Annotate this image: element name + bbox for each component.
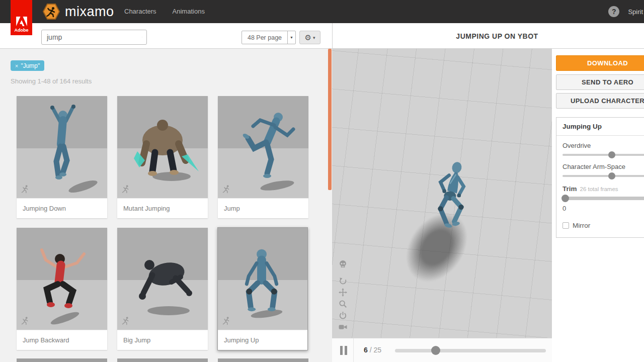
trim-row: Trim 26 total frames — [562, 185, 644, 193]
pan-icon[interactable] — [339, 288, 347, 297]
thumbnail-art — [17, 228, 107, 330]
search-icon[interactable] — [142, 33, 142, 41]
upload-character-button[interactable]: UPLOAD CHARACTER — [556, 93, 644, 109]
filter-chip-label: "Jump" — [21, 62, 40, 69]
thumbnail — [218, 96, 308, 198]
mixamo-logo[interactable]: mixamo — [42, 0, 114, 23]
run-icon — [222, 316, 232, 326]
trim-slider-thumb[interactable] — [561, 195, 569, 202]
mirror-label: Mirror — [573, 222, 590, 229]
overdrive-slider-thumb[interactable] — [608, 151, 615, 158]
nav-item-animations[interactable]: Animations — [173, 0, 205, 23]
overdrive-label: Overdrive — [562, 142, 644, 149]
search-input[interactable] — [42, 33, 142, 41]
animation-card-partial[interactable] — [117, 358, 208, 362]
animation-card-mutant-jumping[interactable]: Mutant Jumping — [117, 96, 208, 218]
current-frame: 6 — [364, 346, 368, 354]
ybot-character — [421, 156, 487, 259]
filter-chip-jump[interactable]: × "Jump" — [11, 60, 44, 71]
mirror-row: Mirror — [562, 222, 644, 229]
viewport-toolbar — [339, 260, 347, 331]
close-icon[interactable]: × — [15, 63, 18, 69]
chevron-down-icon: ▾ — [313, 35, 315, 40]
power-icon[interactable] — [339, 311, 347, 320]
adobe-label: Adobe — [15, 28, 29, 33]
thumbnail-art — [218, 96, 308, 198]
download-button[interactable]: DOWNLOAD — [556, 55, 644, 71]
pause-icon[interactable] — [340, 346, 349, 355]
thumbnail-art — [17, 96, 107, 198]
trim-slider[interactable] — [562, 197, 644, 200]
thumbnail — [117, 96, 208, 198]
animation-settings-panel: Jumping Up Overdrive Character Arm-Space… — [556, 117, 644, 238]
timeline-slider-thumb[interactable] — [431, 346, 440, 355]
thumbnail-art — [117, 96, 208, 198]
trim-note: 26 total frames — [580, 186, 618, 192]
frame-separator: / — [370, 346, 372, 354]
rotate-icon[interactable] — [339, 277, 347, 285]
zoom-icon[interactable] — [339, 300, 347, 308]
frame-counter: 6 / 25 — [364, 338, 381, 362]
send-to-aero-button[interactable]: SEND TO AERO — [556, 74, 644, 90]
player-divider — [353, 338, 354, 362]
trim-label: Trim — [562, 185, 577, 193]
camera-icon[interactable] — [339, 323, 347, 331]
main-nav: Characters Animations — [124, 0, 205, 23]
card-title: Big Jump — [117, 330, 208, 350]
select-caret-icon: ▼ — [287, 31, 295, 44]
animation-card-big-jump[interactable]: Big Jump — [117, 228, 208, 350]
user-menu[interactable]: Spirit — [628, 8, 643, 16]
results-scrollbar[interactable] — [328, 49, 332, 190]
timeline-slider[interactable] — [395, 349, 546, 352]
animation-card-jumping-down[interactable]: Jumping Down — [17, 96, 107, 218]
nav-item-characters[interactable]: Characters — [124, 0, 156, 23]
animation-card-jump[interactable]: Jump — [218, 96, 308, 218]
animation-card-partial[interactable] — [17, 358, 107, 362]
adobe-a-icon — [16, 17, 27, 26]
viewer-title: JUMPING UP ON YBOT — [456, 32, 538, 40]
run-icon — [21, 316, 31, 326]
animation-card-partial[interactable] — [218, 358, 308, 362]
card-title: Jumping Up — [218, 330, 307, 350]
brand-name: mixamo — [65, 0, 114, 23]
settings-title: Jumping Up — [556, 118, 644, 136]
thumbnail — [17, 96, 107, 198]
per-page-value: 48 Per page — [242, 34, 287, 41]
run-icon — [21, 184, 31, 194]
viewer-title-wrap: JUMPING UP ON YBOT — [332, 23, 644, 49]
total-frames: 25 — [373, 346, 381, 354]
thumbnail — [117, 228, 208, 330]
card-title: Jump Backward — [17, 330, 107, 350]
help-icon[interactable]: ? — [608, 6, 619, 17]
run-icon — [222, 184, 232, 194]
header-row: 48 Per page ▼ ⚙ ▾ JUMPING UP ON YBOT — [0, 23, 644, 49]
overdrive-slider[interactable] — [562, 154, 644, 156]
arm-space-slider-thumb[interactable] — [608, 172, 615, 179]
per-page-select[interactable]: 48 Per page ▼ — [242, 31, 296, 44]
mirror-checkbox[interactable] — [562, 222, 569, 229]
results-panel: × "Jump" Showing 1-48 of 164 results Jum… — [0, 49, 332, 362]
run-icon — [121, 316, 131, 326]
animation-card-jumping-up-selected[interactable]: Jumping Up — [217, 227, 308, 350]
settings-dropdown-button[interactable]: ⚙ ▾ — [299, 31, 320, 44]
thumbnail — [218, 228, 307, 330]
thumbnail-art — [117, 228, 208, 330]
adobe-logo[interactable]: Adobe — [11, 0, 32, 35]
top-navbar: mixamo Characters Animations ? Spirit — [0, 0, 644, 23]
skull-icon[interactable] — [339, 260, 347, 268]
arm-space-slider[interactable] — [562, 175, 644, 177]
trim-start-value: 0 — [562, 205, 566, 212]
card-title: Jump — [218, 198, 308, 218]
run-icon — [121, 184, 131, 194]
arm-space-label: Character Arm-Space — [562, 163, 644, 170]
mixamo-hexagon-runner-icon — [42, 3, 60, 21]
search-box — [41, 30, 147, 45]
trim-range: 0 1 — [562, 205, 644, 212]
viewport-3d[interactable] — [332, 49, 552, 338]
card-title: Jumping Down — [17, 198, 107, 218]
animation-card-jump-backward[interactable]: Jump Backward — [17, 228, 107, 350]
playback-bar: 6 / 25 — [332, 338, 552, 362]
thumbnail-art — [218, 228, 307, 330]
thumbnail — [17, 228, 107, 330]
right-sidebar: DOWNLOAD SEND TO AERO UPLOAD CHARACTER J… — [552, 49, 644, 362]
